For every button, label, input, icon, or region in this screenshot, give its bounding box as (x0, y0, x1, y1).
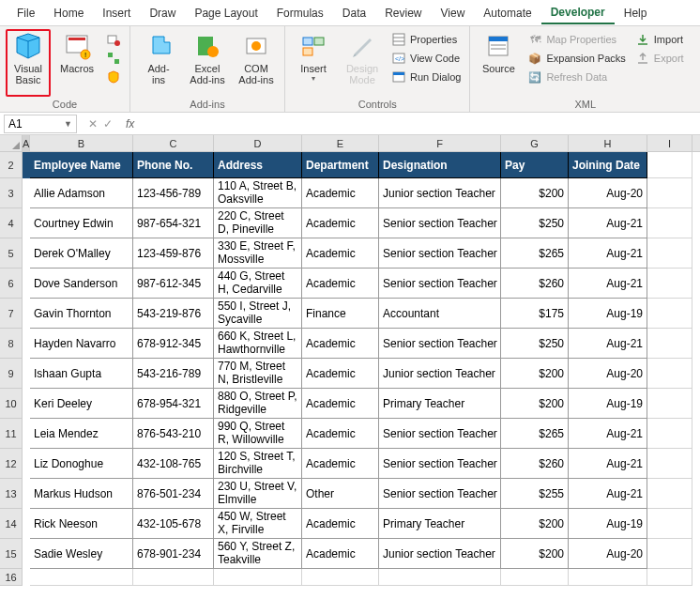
row-header[interactable]: 10 (0, 389, 23, 419)
table-cell[interactable]: Aug-21 (569, 208, 647, 238)
table-cell[interactable]: Aug-21 (569, 269, 647, 299)
table-cell[interactable]: Senior section Teacher (379, 208, 501, 238)
table-cell[interactable]: 550 I, Street J, Sycaville (214, 299, 302, 329)
table-cell[interactable] (379, 569, 501, 586)
tab-help[interactable]: Help (615, 3, 657, 23)
tab-page-layout[interactable]: Page Layout (185, 3, 266, 23)
table-cell[interactable]: Liz Donoghue (30, 449, 133, 479)
table-header[interactable]: Designation (379, 152, 501, 178)
table-cell[interactable]: 440 G, Street H, Cedarville (214, 269, 302, 299)
table-cell[interactable]: Academic (302, 329, 379, 359)
table-cell[interactable]: Junior section Teacher (379, 178, 501, 208)
table-cell[interactable]: Senior section Teacher (379, 238, 501, 269)
table-cell[interactable] (569, 569, 647, 586)
refresh-data-button[interactable]: 🔄Refresh Data (525, 69, 628, 85)
table-cell[interactable]: $200 (501, 389, 569, 419)
col-header-E[interactable]: E (302, 135, 379, 151)
table-cell[interactable]: 987-654-321 (133, 208, 214, 238)
visual-basic-button[interactable]: Visual Basic (6, 29, 51, 97)
com-addins-button[interactable]: COM Add-ins (234, 29, 279, 97)
import-button[interactable]: Import (632, 31, 687, 48)
insert-controls-button[interactable]: Insert▾ (291, 29, 336, 97)
table-cell[interactable]: 110 A, Street B, Oaksville (214, 178, 302, 208)
row-header[interactable]: 4 (0, 208, 23, 238)
table-cell[interactable]: 230 U, Street V, Elmville (214, 479, 302, 509)
table-cell[interactable]: Gavin Thornton (30, 299, 133, 329)
view-code-button[interactable]: </>View Code (388, 50, 464, 67)
table-cell[interactable]: $200 (501, 178, 569, 208)
row-header[interactable]: 12 (0, 449, 23, 479)
table-cell[interactable]: $265 (501, 238, 569, 269)
table-cell[interactable]: 560 Y, Street Z, Teakville (214, 539, 302, 569)
table-cell[interactable]: Senior section Teacher (379, 449, 501, 479)
table-cell[interactable]: Academic (302, 449, 379, 479)
table-cell[interactable]: Aug-19 (569, 299, 647, 329)
table-cell[interactable]: 330 E, Street F, Mossville (214, 238, 302, 269)
table-cell[interactable]: 120 S, Street T, Birchville (214, 449, 302, 479)
table-cell[interactable]: Aug-21 (569, 479, 647, 509)
row-header[interactable]: 3 (0, 178, 23, 208)
table-cell[interactable]: 678-954-321 (133, 389, 214, 419)
table-cell[interactable]: Academic (302, 178, 379, 208)
table-cell[interactable]: 880 O, Street P, Ridgeville (214, 389, 302, 419)
export-button[interactable]: Export (632, 50, 687, 67)
table-cell[interactable]: $250 (501, 208, 569, 238)
table-cell[interactable]: Derek O'Malley (30, 238, 133, 269)
table-cell[interactable]: Leia Mendez (30, 419, 133, 449)
table-cell[interactable]: 123-459-876 (133, 238, 214, 269)
table-cell[interactable]: Senior section Teacher (379, 419, 501, 449)
tab-draw[interactable]: Draw (140, 3, 185, 23)
col-header-D[interactable]: D (214, 135, 302, 151)
tab-automate[interactable]: Automate (474, 3, 540, 23)
table-cell[interactable]: 543-216-789 (133, 359, 214, 389)
record-macro-button[interactable] (103, 31, 124, 48)
table-cell[interactable]: 660 K, Street L, Hawthornville (214, 329, 302, 359)
macros-button[interactable]: ! Macros (54, 29, 99, 97)
table-cell[interactable] (501, 569, 569, 586)
table-cell[interactable]: 123-456-789 (133, 178, 214, 208)
run-dialog-button[interactable]: Run Dialog (388, 69, 464, 85)
table-cell[interactable] (302, 569, 379, 586)
table-cell[interactable]: Primary Teacher (379, 389, 501, 419)
col-header-I[interactable]: I (647, 135, 692, 151)
cancel-formula-icon[interactable]: ✕ (88, 117, 98, 130)
table-cell[interactable]: Courtney Edwin (30, 208, 133, 238)
table-cell[interactable]: Academic (302, 359, 379, 389)
table-cell[interactable]: Aug-21 (569, 238, 647, 269)
excel-addins-button[interactable]: Excel Add-ins (185, 29, 230, 97)
row-header[interactable]: 8 (0, 329, 23, 359)
tab-review[interactable]: Review (375, 3, 431, 23)
table-cell[interactable]: Sadie Wesley (30, 539, 133, 569)
table-cell[interactable]: Academic (302, 208, 379, 238)
design-mode-button[interactable]: Design Mode (340, 29, 385, 97)
table-cell[interactable]: 770 M, Street N, Bristleville (214, 359, 302, 389)
table-cell[interactable]: Senior section Teacher (379, 479, 501, 509)
table-cell[interactable]: Primary Teacher (379, 509, 501, 539)
table-cell[interactable] (133, 569, 214, 586)
table-cell[interactable] (647, 569, 692, 586)
table-cell[interactable]: 543-219-876 (133, 299, 214, 329)
expansion-packs-button[interactable]: 📦Expansion Packs (525, 50, 628, 67)
table-cell[interactable]: Aug-21 (569, 449, 647, 479)
col-header-A[interactable]: A (23, 135, 30, 151)
table-header[interactable]: Department (302, 152, 379, 178)
row-header[interactable]: 15 (0, 539, 23, 569)
table-header[interactable]: Address (214, 152, 302, 178)
table-cell[interactable]: Academic (302, 419, 379, 449)
col-header-F[interactable]: F (379, 135, 501, 151)
name-box[interactable]: A1▼ (4, 115, 77, 133)
table-cell[interactable]: $200 (501, 359, 569, 389)
table-cell[interactable]: Rick Neeson (30, 509, 133, 539)
table-cell[interactable]: $175 (501, 299, 569, 329)
table-cell[interactable]: $260 (501, 269, 569, 299)
use-relative-button[interactable] (103, 50, 124, 67)
tab-file[interactable]: File (8, 3, 44, 23)
tab-view[interactable]: View (432, 3, 475, 23)
table-cell[interactable]: 876-501-234 (133, 479, 214, 509)
table-cell[interactable]: Academic (302, 539, 379, 569)
table-cell[interactable]: 987-612-345 (133, 269, 214, 299)
table-cell[interactable]: Aug-19 (569, 509, 647, 539)
macro-security-button[interactable] (103, 69, 124, 85)
table-cell[interactable]: Senior section Teacher (379, 329, 501, 359)
table-cell[interactable] (30, 569, 133, 586)
